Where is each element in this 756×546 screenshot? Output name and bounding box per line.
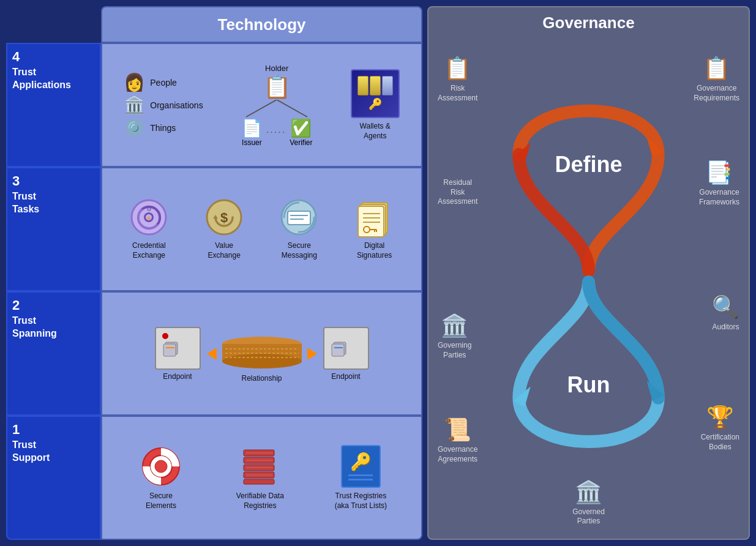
trust-reg-line2 [348,479,373,481]
svg-rect-25 [163,344,176,356]
endpoint-right-label: Endpoint [331,372,360,381]
credential-exchange-item: ⚙ + Credential Exchange [124,198,173,260]
governing-parties-label: GoverningParties [438,341,471,360]
arrow-left-icon [207,348,217,360]
auditors-icon: 🔍 [712,294,739,320]
things-label: Things [150,123,176,133]
svg-rect-11 [288,211,310,225]
row1-title: TrustSupport [12,439,95,465]
organisations-label: Organisations [150,100,203,110]
val-svg: $ [204,198,244,237]
trust-tasks-row: 3 TrustTasks ⚙ [6,167,422,291]
trust-support-label: 1 TrustSupport [6,416,101,540]
holder-label: Holder [265,64,288,73]
arrow-right-icon [307,348,317,360]
trust-support-row: 1 TrustSupport [6,416,422,540]
svg-text:Define: Define [555,152,622,177]
connector [228,100,326,118]
governed-parties-icon: 🏛️ [575,479,602,505]
relationship-label: Relationship [241,374,282,383]
governing-parties-item: 🏛️ GoverningParties [438,313,471,360]
secure-messaging-icon [279,198,319,237]
wallet-card2 [370,76,381,95]
spanning-diagram: Endpoint [155,327,369,381]
governing-parties-icon: 🏛️ [441,313,468,338]
trust-support-content: Secure Elements [101,416,422,540]
trust-applications-label: 4 TrustApplications [6,43,101,167]
governed-parties-item: 🏛️ GovernedParties [572,479,605,526]
endpoint-left-label: Endpoint [163,372,192,381]
people-item: 👩 People [124,72,177,92]
connector-svg [228,100,326,118]
svg-line-1 [277,100,307,117]
secure-messaging-label: Secure Messaging [282,241,317,260]
organisation-icon: 🏛️ [124,95,145,115]
row4-num: 4 [12,50,95,64]
secure-elements-label: Secure Elements [146,492,176,510]
wallets-row1 [357,76,393,95]
msg-svg [279,198,319,237]
wallet-card3 [382,76,393,95]
holder-diagram: Holder 📋 📄 Issuer [228,64,326,147]
certification-bodies-icon: 🏆 [706,405,734,430]
governance-agreements-item: 📜 GovernanceAgreements [438,417,477,464]
trust-apps-content: 👩 People 🏛️ Organisations ⚙️ Things [101,43,422,167]
cylinder-arrows: Relationship [207,335,317,372]
things-item: ⚙️ Things [124,118,176,138]
residual-risk-item: ResidualRiskAssessment [438,178,477,207]
sig-svg [354,198,394,237]
secure-messaging-item: Secure Messaging [275,198,324,260]
governance-frameworks-icon: 📑 [705,160,733,185]
wallets-item: 🔑 Wallets &Agents [351,69,400,141]
svg-text:+: + [146,213,151,223]
holder-section: Holder 📋 [263,64,291,100]
trust-spanning-label: 2 TrustSpanning [6,291,101,416]
svg-point-38 [155,460,167,473]
cylinder-svg [219,335,305,369]
risk-assessment-item: 📋 RiskAssessment [438,56,477,103]
issuer-icon: 📄 [241,118,263,138]
secure-elements-icon [140,445,182,488]
cylinder-wrapper: Relationship [219,335,305,372]
verifier-section: ✅ Verifier [290,118,312,147]
left-panel: Technology 4 TrustApplications 👩 People … [6,6,422,540]
svg-text:$: $ [220,210,228,225]
wallet-key-icon: 🔑 [369,97,382,111]
digital-signatures-icon [354,198,394,237]
cred-svg: ⚙ + [129,198,169,237]
trust-tasks-label: 3 TrustTasks [6,167,101,291]
row4-title: TrustApplications [12,66,95,92]
holder-icon: 📋 [263,74,291,100]
trust-spanning-content: Endpoint [101,291,422,416]
endpoint-left-box [155,327,201,370]
verifiable-data-registries-item: Verifiable Data Registries [236,445,285,510]
governance-frameworks-label: GovernanceFrameworks [699,188,739,207]
trust-reg-line1 [348,474,373,476]
svg-text:⚙: ⚙ [146,206,151,212]
person-icon: 👩 [124,72,145,92]
governance-frameworks-item: 📑 GovernanceFrameworks [699,160,739,207]
row3-title: TrustTasks [12,190,95,216]
endpoint-right-box [323,327,369,370]
row1-num: 1 [12,423,95,436]
vdr-svg [239,445,282,488]
governance-arrows-svg: Define Run [438,37,739,533]
credential-exchange-label: Credential Exchange [132,241,166,260]
svg-line-0 [246,100,277,117]
value-exchange-item: $ Value Exchange [200,198,249,260]
spanning-area: Endpoint [155,327,369,381]
trust-registries-icon: 🔑 [341,445,381,488]
trust-spanning-row: 2 TrustSpanning [6,291,422,416]
value-exchange-icon: $ [204,198,244,237]
verifier-icon: ✅ [290,118,312,138]
governance-requirements-item: 📋 GovernanceRequirements [694,56,739,103]
issuer-verifier-row: 📄 Issuer ····· ✅ Verifier [241,118,313,147]
svg-rect-43 [244,479,274,484]
governance-requirements-label: GovernanceRequirements [694,84,739,103]
lifebuoy-svg [140,445,182,488]
technology-title: Technology [101,6,422,43]
auditors-item: 🔍 Auditors [712,294,739,332]
row2-title: TrustSpanning [12,315,95,340]
verifier-label: Verifier [290,138,312,147]
governance-panel: Governance Define [427,6,750,540]
